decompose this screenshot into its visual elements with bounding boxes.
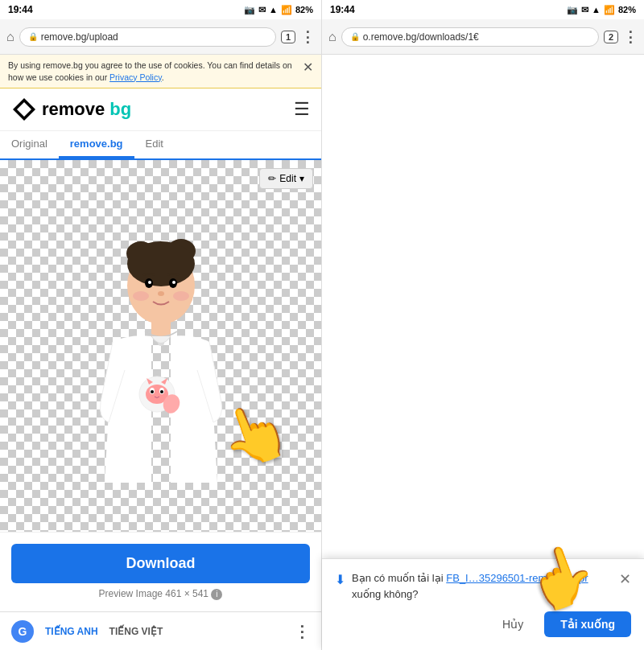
tab-edit[interactable]: Edit [134,131,175,158]
battery-text-r: 82% [618,5,636,14]
more-icon-right[interactable]: ⋮ [623,28,638,46]
removebg-header: removebg ☰ [0,88,321,131]
dropdown-arrow-icon: ▾ [299,173,304,184]
download-dialog-icon: ⬇ [335,572,345,587]
logo-icon [11,97,37,122]
lock-icon-r: 🔒 [350,32,360,41]
url-bar-left[interactable]: 🔒 remove.bg/upload [19,27,276,47]
mail-icon: ✉ [258,5,266,15]
wifi-icon-r: 📶 [604,5,615,15]
time-left: 19:44 [8,4,33,15]
dialog-text: Bạn có muốn tải lại FB_I…35296501-remove… [352,570,619,602]
logo-remove: remove [42,99,105,120]
download-dialog: ⬇ Bạn có muốn tải lại FB_I…35296501-remo… [322,558,644,650]
url-text-right: o.remove.bg/downloads/1€ [363,31,479,43]
dialog-file-link[interactable]: FB_I…35296501-removebg-pr [446,572,588,584]
lang-english[interactable]: TIẾNG ANH [45,626,98,637]
cancel-button[interactable]: Hủy [489,611,536,637]
tab-count-left[interactable]: 1 [281,31,295,43]
browser-bar-right: ⌂ 🔒 o.remove.bg/downloads/1€ 2 ⋮ [322,19,644,55]
lock-icon: 🔒 [28,32,38,41]
dialog-header: ⬇ Bạn có muốn tải lại FB_I…35296501-remo… [335,570,631,602]
cookie-text: By using remove.bg you agree to the use … [8,60,296,83]
alert-icon: ▲ [269,5,278,14]
confirm-download-button[interactable]: Tải xuống [544,611,631,637]
image-area: ✏ Edit ▾ [0,160,321,532]
tab-original[interactable]: Original [0,131,59,158]
status-icons-right: 📷 ✉ ▲ 📶 82% [567,5,636,15]
privacy-policy-link[interactable]: Privacy Policy [109,72,162,82]
status-bar-right: 19:44 📷 ✉ ▲ 📶 82% [322,0,644,19]
tabs-bar: Original remove.bg Edit [0,131,321,160]
bottom-nav: G TIẾNG ANH TIẾNG VIỆT ⋮ [0,611,321,650]
url-text-left: remove.bg/upload [41,31,118,43]
svg-point-8 [148,281,151,284]
logo-bg: bg [109,99,131,120]
camera-icon-r: 📷 [567,5,578,15]
svg-point-12 [173,291,189,301]
url-bar-right[interactable]: 🔒 o.remove.bg/downloads/1€ [341,27,599,47]
svg-point-11 [133,291,149,301]
battery-text: 82% [295,5,313,14]
camera-icon: 📷 [244,5,255,15]
svg-point-22 [160,390,163,393]
cookie-close-button[interactable]: ✕ [303,60,313,75]
person-image [72,201,250,491]
time-right: 19:44 [330,4,355,15]
dialog-close-button[interactable]: ✕ [619,570,631,588]
google-icon: G [11,620,34,643]
hamburger-menu[interactable]: ☰ [294,99,310,120]
wifi-icon: 📶 [281,5,292,15]
tab-count-right[interactable]: 2 [604,31,618,43]
info-icon[interactable]: i [211,589,222,600]
lang-vietnamese[interactable]: TIẾNG VIỆT [109,626,163,637]
status-bar-left: 19:44 📷 ✉ ▲ 📶 82% [0,0,321,19]
home-icon-r[interactable]: ⌂ [328,30,336,44]
more-icon-left[interactable]: ⋮ [300,28,315,46]
pencil-icon: ✏ [268,173,276,184]
home-icon[interactable]: ⌂ [6,30,14,44]
removebg-logo: removebg [11,97,131,122]
svg-point-9 [172,281,175,284]
status-icons-left: 📷 ✉ ▲ 📶 82% [244,5,313,15]
alert-icon-r: ▲ [592,5,601,14]
browser-bar-left: ⌂ 🔒 remove.bg/upload 1 ⋮ [0,19,321,55]
edit-label: Edit [279,173,296,184]
download-section: Download Preview Image 461 × 541 i [0,532,321,611]
svg-rect-13 [151,320,171,336]
left-panel: 19:44 📷 ✉ ▲ 📶 82% ⌂ 🔒 remove.bg/upload 1… [0,0,322,650]
right-panel: 19:44 📷 ✉ ▲ 📶 82% ⌂ 🔒 o.remove.bg/downlo… [322,0,644,650]
preview-text: Preview Image 461 × 541 i [11,588,310,600]
edit-button[interactable]: ✏ Edit ▾ [259,168,313,189]
person-svg [80,209,242,483]
dialog-actions: Hủy Tải xuống [335,611,631,637]
cookie-banner: By using remove.bg you agree to the use … [0,55,321,88]
tab-removebg[interactable]: remove.bg [59,131,134,158]
svg-point-21 [151,390,154,393]
svg-point-10 [158,291,164,296]
download-button[interactable]: Download [11,544,310,583]
mail-icon-r: ✉ [581,5,588,15]
bottom-more-icon[interactable]: ⋮ [294,622,310,641]
svg-point-5 [127,241,195,286]
